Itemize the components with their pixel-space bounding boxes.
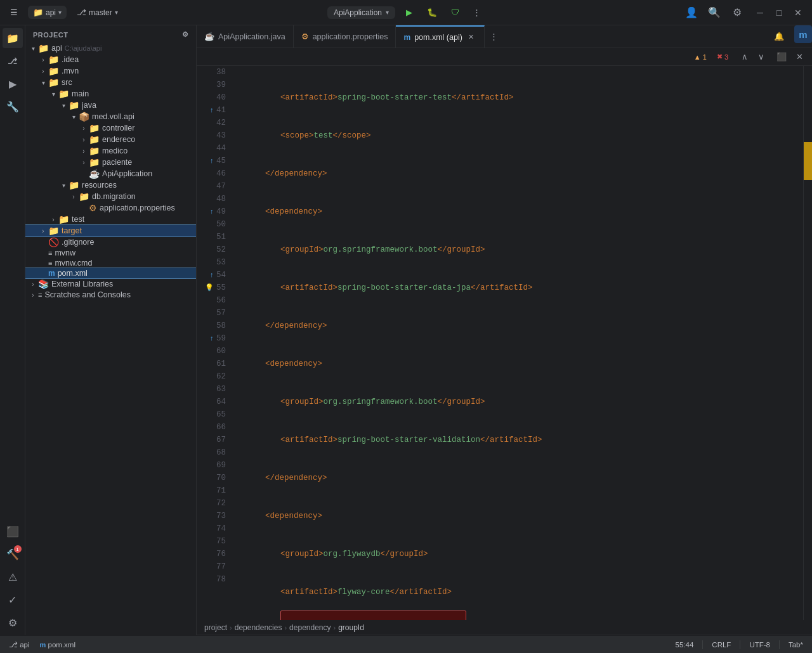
close-button[interactable]: ✕ [789, 4, 807, 22]
tree-item-src[interactable]: ▾ 📁 src [25, 77, 196, 88]
tree-item-medico[interactable]: › 📁 medico [25, 145, 196, 157]
project-selector[interactable]: 📁 api ▾ [28, 6, 67, 19]
tab-label-pom: pom.xml (api) [414, 33, 462, 42]
line-num-78: 78 [202, 573, 226, 586]
tree-item-paciente[interactable]: › 📁 paciente [25, 157, 196, 168]
tree-label-ext-libs: External Libraries [51, 280, 113, 288]
activity-build[interactable]: 🔨 1 [3, 544, 23, 564]
tree-item-apiapplication[interactable]: › ☕ ApiApplication [25, 168, 196, 179]
target-folder-icon: 📁 [48, 226, 59, 236]
status-indent[interactable]: Tab* [785, 640, 807, 650]
maximize-button[interactable]: □ [770, 4, 788, 22]
folder-icon: 📁 [6, 32, 19, 44]
notifications-button[interactable]: 🔔 [769, 25, 789, 48]
activity-todo[interactable]: ✓ [3, 590, 23, 610]
code-line-41: <dependency> [235, 205, 793, 218]
status-pom-text: pom.xml [48, 641, 75, 649]
settings-icon: ⚙ [733, 6, 742, 18]
tab-more-button[interactable]: ⋮ [485, 25, 503, 48]
activity-settings[interactable]: ⚙ [3, 612, 23, 633]
tree-item-pom-xml[interactable]: › m pom.xml [25, 268, 196, 278]
tree-item-controller[interactable]: › 📁 controller [25, 122, 196, 134]
status-line-ending[interactable]: CRLF [708, 640, 735, 650]
status-encoding[interactable]: UTF-8 [745, 640, 774, 650]
tree-item-mvnw[interactable]: › ≡ mvnw [25, 248, 196, 258]
profile-button[interactable]: 👤 [683, 4, 700, 22]
breadcrumb-project[interactable]: project [204, 623, 227, 632]
search-button[interactable]: 🔍 [705, 4, 723, 22]
tree-item-idea[interactable]: › 📁 .idea [25, 54, 196, 65]
tree-item-endereco[interactable]: › 📁 endereco [25, 134, 196, 145]
status-pom-label[interactable]: m pom.xml [36, 640, 79, 650]
tree-arrow-test: › [48, 216, 58, 223]
close-panel-button[interactable]: ✕ [792, 49, 807, 65]
minimize-button[interactable]: ─ [751, 4, 769, 22]
run-more-button[interactable]: ⋮ [469, 5, 485, 20]
tree-item-mvn[interactable]: › 📁 .mvn [25, 65, 196, 77]
tree-item-test[interactable]: › 📁 test [25, 214, 196, 225]
debug-button[interactable]: 🐛 [423, 4, 441, 22]
tree-item-java[interactable]: ▾ 📁 java [25, 100, 196, 111]
line-num-40: 40 [202, 91, 226, 104]
warning-badge[interactable]: ▲ 1 [690, 52, 710, 62]
activity-tools[interactable]: 🔧 [3, 96, 23, 117]
tree-item-mvnw-cmd[interactable]: › ≡ mvnw.cmd [25, 258, 196, 268]
titlebar: ☰ 📁 api ▾ ⎇ master ▾ ApiApplication ▾ ▶ … [0, 0, 812, 25]
sidebar-options-icon[interactable]: ⚙ [182, 30, 189, 39]
fold-down-button[interactable]: ∨ [754, 49, 769, 65]
status-bar: ⎇ api m pom.xml 55:44 CRLF UTF-8 Tab* [0, 635, 812, 653]
tab-close-pom[interactable]: ✕ [466, 32, 476, 42]
tree-item-external-libs[interactable]: › 📚 External Libraries [25, 278, 196, 290]
code-line-48: </dependency> [235, 472, 793, 484]
hamburger-button[interactable]: ☰ [5, 4, 23, 22]
tree-item-main[interactable]: ▾ 📁 main [25, 88, 196, 100]
endereco-folder-icon: 📁 [89, 134, 100, 145]
tree-item-package[interactable]: ▾ 📦 med.voll.api [25, 111, 196, 122]
tree-item-scratches[interactable]: › ≡ Scratches and Consoles [25, 290, 196, 300]
panel-icon-button[interactable]: ⬛ [774, 49, 789, 65]
settings-button[interactable]: ⚙ [728, 4, 746, 22]
problems-icon: ⚠ [8, 571, 17, 583]
breadcrumb-dependencies[interactable]: dependencies [235, 623, 282, 632]
breadcrumb: project › dependencies › dependency › gr… [197, 620, 812, 635]
code-scroll[interactable]: <artifactId>spring-boot-starter-test</ar… [230, 66, 803, 620]
activity-run[interactable]: ▶ [3, 74, 23, 94]
activity-project[interactable]: 📁 [3, 28, 23, 48]
tree-arrow-medico: › [79, 148, 89, 155]
src-folder-icon: 📁 [48, 77, 59, 87]
line-num-52: 52 [202, 243, 226, 256]
tab-application-properties[interactable]: ⚙ application.properties [294, 25, 396, 48]
status-api-label: api [20, 641, 29, 649]
status-left: ⎇ api m pom.xml [5, 639, 669, 650]
activity-problems[interactable]: ⚠ [3, 567, 23, 587]
coverage-button[interactable]: 🛡 [446, 4, 464, 22]
tree-item-resources[interactable]: ▾ 📁 resources [25, 179, 196, 191]
code-line-46: <groupId>org.springframework.boot</group… [235, 396, 793, 408]
tree-item-target[interactable]: › 📁 target [25, 225, 196, 236]
run-config-selector[interactable]: ApiApplication ▾ [327, 6, 395, 19]
fold-up-button[interactable]: ∧ [737, 49, 752, 65]
project-chevron-icon: ▾ [58, 9, 62, 16]
tree-item-app-properties[interactable]: › ⚙ application.properties [25, 202, 196, 214]
status-divider-3 [779, 640, 780, 649]
tree-item-root[interactable]: ▾ 📁 api C:\ajuda\api [25, 42, 196, 54]
activity-git[interactable]: ⎇ [3, 51, 23, 71]
activity-terminal[interactable]: ⬛ [3, 521, 23, 541]
hint-59: ↑ [209, 332, 214, 345]
line-num-41: ↑41 [202, 104, 226, 117]
breadcrumb-groupid[interactable]: groupId [338, 623, 364, 632]
branch-selector[interactable]: ⎇ master ▾ [72, 6, 123, 19]
status-project-icon[interactable]: ⎇ api [5, 639, 34, 650]
line-num-49: ↑49 [202, 205, 226, 218]
run-button[interactable]: ▶ [400, 4, 418, 22]
error-badge[interactable]: ✖ 3 [713, 51, 732, 62]
minimap[interactable] [803, 66, 812, 620]
tab-apiapplication-java[interactable]: ☕ ApiApplication.java [197, 25, 294, 48]
tree-item-db-migration[interactable]: › 📁 db.migration [25, 191, 196, 202]
status-position[interactable]: 55:44 [672, 640, 698, 650]
line-num-74: 74 [202, 522, 226, 535]
tab-pom-xml[interactable]: m pom.xml (api) ✕ [396, 25, 484, 48]
minimap-thumb [804, 142, 812, 180]
tree-item-gitignore[interactable]: › 🚫 .gitignore [25, 236, 196, 248]
breadcrumb-dependency[interactable]: dependency [289, 623, 331, 632]
